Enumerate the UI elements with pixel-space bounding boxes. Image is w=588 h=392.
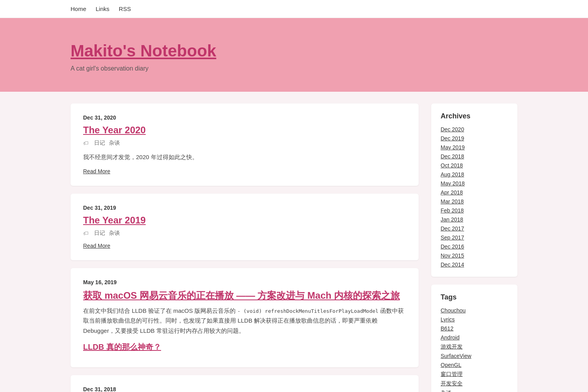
post-tag[interactable]: 日记: [94, 140, 105, 147]
tag-item-4: 游戏开发: [441, 343, 508, 350]
archive-item-6: May 2018: [441, 180, 508, 187]
hero-section: Makito's Notebook A cat girl's observati…: [0, 18, 588, 92]
post-tags: 🏷日记 杂谈: [83, 230, 406, 237]
tag-item-3: Android: [441, 334, 508, 341]
archives-title: Archives: [441, 112, 508, 120]
tag-item-0: Chouchou: [441, 307, 508, 314]
site-subtitle: A cat girl's observation diary: [71, 65, 517, 72]
archive-item-8: Mar 2018: [441, 198, 508, 205]
post-title[interactable]: The Year 2020: [83, 125, 406, 136]
site-title[interactable]: Makito's Notebook: [71, 42, 517, 60]
archive-item-10: Jan 2018: [441, 216, 508, 223]
tag-icon: 🏷: [83, 230, 89, 236]
main-nav: Home Links RSS: [0, 0, 588, 18]
archive-link-10[interactable]: Jan 2018: [441, 216, 463, 223]
archive-link-5[interactable]: Aug 2018: [441, 171, 464, 178]
post-excerpt: 我不经意间才发觉，2020 年过得如此之快。: [83, 152, 406, 162]
archive-item-1: Dec 2019: [441, 135, 508, 142]
post-tag[interactable]: 日记: [94, 230, 105, 237]
posts-column: Dec 31, 2020 The Year 2020 🏷日记 杂谈 我不经意间才…: [71, 103, 419, 392]
post-card-0: Dec 31, 2020 The Year 2020 🏷日记 杂谈 我不经意间才…: [71, 103, 419, 186]
archive-item-7: Apr 2018: [441, 189, 508, 196]
archive-link-8[interactable]: Mar 2018: [441, 198, 464, 205]
archive-item-5: Aug 2018: [441, 171, 508, 178]
post-date: May 16, 2019: [83, 279, 406, 285]
archive-link-7[interactable]: Apr 2018: [441, 189, 463, 196]
post-title[interactable]: 获取 macOS 网易云音乐的正在播放 —— 方案改进与 Mach 内核的探索之…: [83, 289, 406, 302]
post-tags: 🏷日记 杂谈: [83, 140, 406, 147]
tag-link-2[interactable]: B612: [441, 325, 454, 332]
post-tag[interactable]: 杂谈: [109, 230, 120, 237]
tag-item-7: 窗口管理: [441, 370, 508, 378]
tag-item-5: SurfaceView: [441, 352, 508, 359]
tag-link-7[interactable]: 窗口管理: [441, 371, 463, 377]
tag-icon: 🏷: [83, 140, 89, 146]
archive-item-11: Dec 2017: [441, 225, 508, 232]
archive-link-15[interactable]: Dec 2014: [441, 261, 464, 268]
archives-widget: Archives Dec 2020Dec 2019May 2019Dec 201…: [431, 103, 517, 277]
tag-link-0[interactable]: Chouchou: [441, 307, 466, 314]
archive-item-12: Sep 2017: [441, 234, 508, 241]
tag-link-6[interactable]: OpenGL: [441, 362, 461, 368]
main-layout: Dec 31, 2020 The Year 2020 🏷日记 杂谈 我不经意间才…: [0, 92, 588, 392]
read-more-link[interactable]: Read More: [83, 243, 110, 249]
archive-link-2[interactable]: May 2019: [441, 144, 465, 151]
post-date: Dec 31, 2020: [83, 114, 406, 121]
tag-item-6: OpenGL: [441, 361, 508, 368]
archive-list: Dec 2020Dec 2019May 2019Dec 2018Oct 2018…: [441, 126, 508, 268]
tags-title: Tags: [441, 293, 508, 301]
post-card-2: May 16, 2019 获取 macOS 网易云音乐的正在播放 —— 方案改进…: [71, 268, 419, 368]
tag-item-8: 开发安全: [441, 380, 508, 387]
post-date: Dec 31, 2019: [83, 205, 406, 211]
sidebar: Archives Dec 2020Dec 2019May 2019Dec 201…: [431, 103, 517, 392]
archive-item-2: May 2019: [441, 144, 508, 151]
tag-link-8[interactable]: 开发安全: [441, 380, 463, 387]
archive-link-14[interactable]: Nov 2015: [441, 252, 464, 259]
archive-item-9: Feb 2018: [441, 207, 508, 214]
post-subheading[interactable]: LLDB 真的那么神奇？: [83, 342, 406, 352]
nav-links[interactable]: Links: [96, 5, 109, 12]
post-card-3: Dec 31, 2018 The Year 2018 🏷日记 杂谈 Read M…: [71, 375, 419, 392]
archive-link-13[interactable]: Dec 2016: [441, 243, 464, 250]
tag-link-1[interactable]: Lyrics: [441, 316, 455, 323]
archive-item-3: Dec 2018: [441, 153, 508, 160]
archive-link-3[interactable]: Dec 2018: [441, 153, 464, 160]
archive-link-1[interactable]: Dec 2019: [441, 135, 464, 142]
archive-link-12[interactable]: Sep 2017: [441, 234, 464, 241]
archive-link-11[interactable]: Dec 2017: [441, 225, 464, 232]
post-card-1: Dec 31, 2019 The Year 2019 🏷日记 杂谈 Read M…: [71, 194, 419, 260]
tag-link-4[interactable]: 游戏开发: [441, 343, 463, 350]
tags-widget: Tags ChouchouLyricsB612Android游戏开发Surfac…: [431, 285, 517, 392]
read-more-link[interactable]: Read More: [83, 168, 110, 174]
post-excerpt: 在前文中我们结合 LLDB 验证了在 macOS 版网易云音乐的 - (void…: [83, 306, 406, 336]
tag-link-9[interactable]: 杂谈: [441, 390, 452, 392]
tag-link-3[interactable]: Android: [441, 334, 459, 341]
archive-item-4: Oct 2018: [441, 162, 508, 169]
tag-item-1: Lyrics: [441, 316, 508, 323]
tag-item-9: 杂谈: [441, 389, 508, 392]
archive-item-15: Dec 2014: [441, 261, 508, 268]
tag-item-2: B612: [441, 325, 508, 332]
post-tag[interactable]: 杂谈: [109, 140, 120, 147]
tag-list: ChouchouLyricsB612Android游戏开发SurfaceView…: [441, 307, 508, 392]
post-excerpt-mono: - (void) refreshDockMenuTitlesForPlayLoa…: [237, 308, 378, 314]
archive-item-14: Nov 2015: [441, 252, 508, 259]
archive-link-0[interactable]: Dec 2020: [441, 126, 464, 132]
archive-item-13: Dec 2016: [441, 243, 508, 250]
archive-link-4[interactable]: Oct 2018: [441, 162, 463, 169]
nav-rss[interactable]: RSS: [119, 5, 131, 12]
post-date: Dec 31, 2018: [83, 386, 406, 392]
post-title[interactable]: The Year 2019: [83, 215, 406, 226]
archive-item-0: Dec 2020: [441, 126, 508, 133]
archive-link-6[interactable]: May 2018: [441, 180, 465, 187]
tag-link-5[interactable]: SurfaceView: [441, 353, 471, 359]
archive-link-9[interactable]: Feb 2018: [441, 207, 464, 214]
nav-home[interactable]: Home: [71, 5, 86, 12]
